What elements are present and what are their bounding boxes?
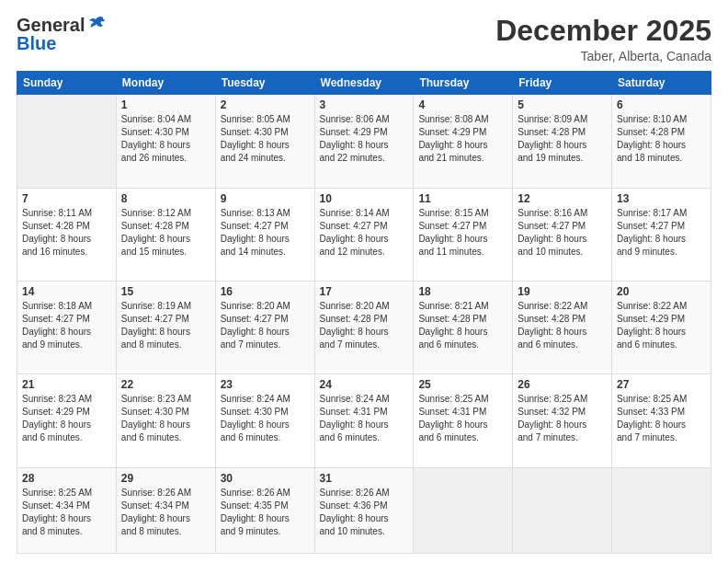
day-info: Sunrise: 8:25 AMSunset: 4:34 PMDaylight:…	[22, 487, 111, 538]
day-number: 20	[617, 285, 706, 298]
day-info: Sunrise: 8:26 AMSunset: 4:36 PMDaylight:…	[320, 487, 409, 538]
day-info: Sunrise: 8:24 AMSunset: 4:31 PMDaylight:…	[320, 393, 409, 444]
day-number: 15	[121, 285, 210, 298]
day-info: Sunrise: 8:17 AMSunset: 4:27 PMDaylight:…	[617, 207, 706, 259]
table-row: 28Sunrise: 8:25 AMSunset: 4:34 PMDayligh…	[17, 467, 117, 553]
day-info: Sunrise: 8:18 AMSunset: 4:27 PMDaylight:…	[22, 300, 111, 351]
day-info: Sunrise: 8:20 AMSunset: 4:27 PMDaylight:…	[221, 300, 310, 351]
table-row: 8Sunrise: 8:12 AMSunset: 4:28 PMDaylight…	[116, 188, 215, 281]
table-row: 11Sunrise: 8:15 AMSunset: 4:27 PMDayligh…	[414, 188, 513, 281]
table-row: 6Sunrise: 8:10 AMSunset: 4:28 PMDaylight…	[612, 95, 711, 188]
day-info: Sunrise: 8:06 AMSunset: 4:29 PMDaylight:…	[320, 113, 409, 165]
day-number: 12	[518, 192, 607, 205]
col-sunday: Sunday	[17, 72, 117, 95]
day-info: Sunrise: 8:19 AMSunset: 4:27 PMDaylight:…	[121, 300, 210, 351]
table-row: 9Sunrise: 8:13 AMSunset: 4:27 PMDaylight…	[215, 188, 314, 281]
table-row: 5Sunrise: 8:09 AMSunset: 4:28 PMDaylight…	[513, 95, 612, 188]
day-number: 6	[617, 98, 706, 111]
table-row: 17Sunrise: 8:20 AMSunset: 4:28 PMDayligh…	[314, 281, 414, 373]
day-info: Sunrise: 8:05 AMSunset: 4:30 PMDaylight:…	[221, 113, 310, 165]
day-number: 9	[221, 192, 310, 205]
day-info: Sunrise: 8:11 AMSunset: 4:28 PMDaylight:…	[22, 207, 111, 259]
day-number: 19	[518, 285, 607, 298]
day-number: 5	[518, 98, 607, 111]
day-info: Sunrise: 8:25 AMSunset: 4:31 PMDaylight:…	[418, 393, 507, 444]
day-number: 21	[22, 378, 111, 391]
day-info: Sunrise: 8:25 AMSunset: 4:33 PMDaylight:…	[617, 393, 706, 444]
calendar-table: Sunday Monday Tuesday Wednesday Thursday…	[17, 71, 711, 554]
day-number: 22	[121, 378, 210, 391]
day-info: Sunrise: 8:23 AMSunset: 4:29 PMDaylight:…	[22, 393, 111, 444]
day-number: 13	[617, 192, 706, 205]
day-number: 7	[22, 192, 111, 205]
day-info: Sunrise: 8:23 AMSunset: 4:30 PMDaylight:…	[121, 393, 210, 444]
day-info: Sunrise: 8:25 AMSunset: 4:32 PMDaylight:…	[518, 393, 607, 444]
table-row: 15Sunrise: 8:19 AMSunset: 4:27 PMDayligh…	[116, 281, 215, 373]
logo-blue: Blue	[17, 33, 56, 53]
table-row: 1Sunrise: 8:04 AMSunset: 4:30 PMDaylight…	[116, 95, 215, 188]
day-number: 29	[121, 472, 210, 485]
day-number: 17	[320, 285, 409, 298]
day-info: Sunrise: 8:10 AMSunset: 4:28 PMDaylight:…	[617, 113, 706, 165]
month-title: December 2025	[495, 15, 711, 47]
day-number: 8	[121, 192, 210, 205]
table-row: 12Sunrise: 8:16 AMSunset: 4:27 PMDayligh…	[513, 188, 612, 281]
day-info: Sunrise: 8:09 AMSunset: 4:28 PMDaylight:…	[518, 113, 607, 165]
table-row: 20Sunrise: 8:22 AMSunset: 4:29 PMDayligh…	[612, 281, 711, 373]
day-info: Sunrise: 8:16 AMSunset: 4:27 PMDaylight:…	[518, 207, 607, 259]
day-info: Sunrise: 8:20 AMSunset: 4:28 PMDaylight:…	[320, 300, 409, 351]
table-row: 13Sunrise: 8:17 AMSunset: 4:27 PMDayligh…	[612, 188, 711, 281]
day-number: 11	[418, 192, 507, 205]
logo-bird-icon	[86, 14, 107, 34]
day-info: Sunrise: 8:12 AMSunset: 4:28 PMDaylight:…	[121, 207, 210, 259]
logo: General Blue	[17, 15, 107, 53]
day-number: 10	[320, 192, 409, 205]
day-info: Sunrise: 8:22 AMSunset: 4:29 PMDaylight:…	[617, 300, 706, 351]
day-number: 31	[320, 472, 409, 485]
day-number: 3	[320, 98, 409, 111]
day-number: 2	[221, 98, 310, 111]
table-row: 3Sunrise: 8:06 AMSunset: 4:29 PMDaylight…	[314, 95, 414, 188]
table-row	[17, 95, 117, 188]
day-number: 26	[518, 378, 607, 391]
logo-general: General	[17, 15, 85, 35]
table-row	[513, 467, 612, 553]
day-number: 14	[22, 285, 111, 298]
table-row: 10Sunrise: 8:14 AMSunset: 4:27 PMDayligh…	[314, 188, 414, 281]
table-row: 25Sunrise: 8:25 AMSunset: 4:31 PMDayligh…	[414, 374, 513, 467]
day-info: Sunrise: 8:13 AMSunset: 4:27 PMDaylight:…	[221, 207, 310, 259]
calendar-header-row: Sunday Monday Tuesday Wednesday Thursday…	[17, 72, 711, 95]
table-row: 27Sunrise: 8:25 AMSunset: 4:33 PMDayligh…	[612, 374, 711, 467]
table-row: 19Sunrise: 8:22 AMSunset: 4:28 PMDayligh…	[513, 281, 612, 373]
table-row: 26Sunrise: 8:25 AMSunset: 4:32 PMDayligh…	[513, 374, 612, 467]
day-info: Sunrise: 8:24 AMSunset: 4:30 PMDaylight:…	[221, 393, 310, 444]
table-row: 24Sunrise: 8:24 AMSunset: 4:31 PMDayligh…	[314, 374, 414, 467]
table-row: 22Sunrise: 8:23 AMSunset: 4:30 PMDayligh…	[116, 374, 215, 467]
col-tuesday: Tuesday	[215, 72, 314, 95]
table-row: 21Sunrise: 8:23 AMSunset: 4:29 PMDayligh…	[17, 374, 117, 467]
day-number: 25	[418, 378, 507, 391]
location: Taber, Alberta, Canada	[495, 49, 711, 63]
day-info: Sunrise: 8:26 AMSunset: 4:34 PMDaylight:…	[121, 487, 210, 538]
day-info: Sunrise: 8:04 AMSunset: 4:30 PMDaylight:…	[121, 113, 210, 165]
day-info: Sunrise: 8:15 AMSunset: 4:27 PMDaylight:…	[418, 207, 507, 259]
day-number: 1	[121, 98, 210, 111]
table-row: 14Sunrise: 8:18 AMSunset: 4:27 PMDayligh…	[17, 281, 117, 373]
table-row: 16Sunrise: 8:20 AMSunset: 4:27 PMDayligh…	[215, 281, 314, 373]
day-info: Sunrise: 8:21 AMSunset: 4:28 PMDaylight:…	[418, 300, 507, 351]
col-wednesday: Wednesday	[314, 72, 414, 95]
day-number: 24	[320, 378, 409, 391]
day-number: 16	[221, 285, 310, 298]
day-number: 28	[22, 472, 111, 485]
table-row: 2Sunrise: 8:05 AMSunset: 4:30 PMDaylight…	[215, 95, 314, 188]
day-number: 27	[617, 378, 706, 391]
table-row: 31Sunrise: 8:26 AMSunset: 4:36 PMDayligh…	[314, 467, 414, 553]
title-block: December 2025 Taber, Alberta, Canada	[495, 15, 711, 63]
header: General Blue December 2025 Taber, Albert…	[17, 15, 711, 63]
day-info: Sunrise: 8:08 AMSunset: 4:29 PMDaylight:…	[418, 113, 507, 165]
table-row: 23Sunrise: 8:24 AMSunset: 4:30 PMDayligh…	[215, 374, 314, 467]
table-row: 4Sunrise: 8:08 AMSunset: 4:29 PMDaylight…	[414, 95, 513, 188]
col-monday: Monday	[116, 72, 215, 95]
day-number: 23	[221, 378, 310, 391]
day-number: 30	[221, 472, 310, 485]
